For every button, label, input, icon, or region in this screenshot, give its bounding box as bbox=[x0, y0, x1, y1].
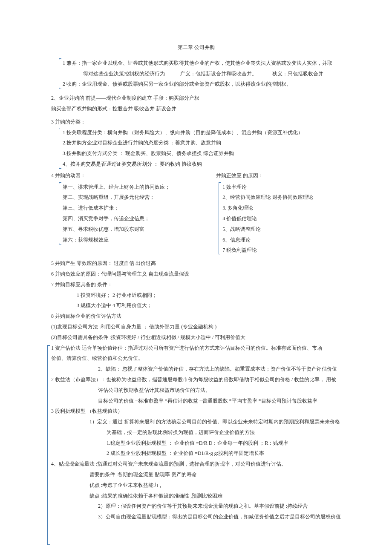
s4r-heading: 并购正效应 的原因： bbox=[216, 173, 263, 178]
m2c: 目标公司的价值 =标准市盈率 *再估计的收益 =普通股股数 *平均市盈率 *目标… bbox=[51, 396, 341, 406]
cat-3: 3.按并购的支付方式分类 ： 现金购买、股票购买、债务承担换 综合证券并购 bbox=[63, 149, 341, 158]
m4d: 2）原理：假设任何资产的价值等于其预期未来现金流量的现值之和。基本假设前提 :持… bbox=[51, 501, 341, 511]
p1-line3: 2 收购：企业用现金、债券或股票购买另一家企业的部分或全部资产或股权，以获得该企… bbox=[63, 79, 341, 89]
m4e: 3）公司自由现金流量贴现模型：得出的是目标公司的企业价值，扣减债务价值之后才是目… bbox=[51, 512, 341, 522]
methods-block: 1 资产估价法 适合单项价值评估：指通过对公司所有资产进行估价的方式来评估目标公… bbox=[51, 343, 341, 522]
p1-line2: 得对这些企业决策控制权的经济行为 广义：包括新设合并和吸收合并。 狭义：只包括吸… bbox=[63, 69, 341, 79]
motive-5: 第五、寻求税收优惠，增加股东财富 bbox=[63, 224, 194, 234]
m4b: 优点 :考虑了企业未来收益能力 , bbox=[51, 480, 341, 490]
chapter-title: 第二章 公司并购 bbox=[51, 43, 341, 52]
s4-row: 4 并购的动因： 并购正效应 的原因： bbox=[51, 171, 341, 181]
reason-4: 4 价值低估理论 bbox=[222, 214, 341, 224]
methods-bracket-icon bbox=[47, 345, 48, 545]
s8a: (1)发现目标公司方法 :利用公司自身力量 ； 借助外部力量 (专业金融机构 ) bbox=[51, 322, 341, 332]
m4c: 缺点 :结果的准确性依赖于各种假设的准确性 ,预测比较困难 bbox=[51, 491, 341, 501]
category-bracket: 1 按关联程度分类：横向并购 （财务风险大）、纵向并购（目的是降低成本）、混合并… bbox=[59, 128, 341, 169]
m4: 4、贴现现金流量法 :指通过对公司资产未来现金流量的预测，选择合理的折现率，对公… bbox=[51, 459, 341, 469]
s7a: 1 投资环境好； 2 行业相近或相同； bbox=[51, 290, 341, 300]
s8b: (2)目标公司需具备的条件 :投资环境好 / 行业相近或相似 / 规模大小适中 … bbox=[51, 333, 341, 342]
m1a: 1 资产估价法 适合单项价值评估：指通过对公司所有资产进行估价的方式来评估目标公… bbox=[51, 343, 341, 353]
s3-heading: 3 并购的分类： bbox=[51, 117, 341, 127]
reason-1: 1 效率理论 bbox=[222, 182, 341, 192]
reason-7: 7 税负利益理论 bbox=[222, 245, 341, 255]
reasons-bracket: 1 效率理论 2、经营协同效应理论 财务协同效应理论 3. 多角化理论 4 价值… bbox=[219, 182, 341, 256]
cat-1: 1 按关联程度分类：横向并购 （财务风险大）、纵向并购（目的是降低成本）、混合并… bbox=[63, 128, 341, 138]
motive-3: 第三、进行低成本扩张； bbox=[63, 203, 194, 213]
section-1-bracket: 1 兼并：指一家企业以现金、证券或其他形式购买取得其他企业的产权，使其他企业丧失… bbox=[59, 58, 341, 89]
p1-l2b: 广义：包括新设合并和吸收合并。 bbox=[180, 71, 257, 77]
m1c: 2、缺陷： 忽视了整体资产价值的评估，存在方法上的缺陷。如重置成本法；资产价值不… bbox=[51, 364, 341, 374]
motive-2: 第二、实现战略重组，开展多元化经营； bbox=[63, 193, 194, 202]
motive-4: 第四、消灭竞争对手，传递企业信息； bbox=[63, 214, 194, 224]
m3: 3 股利折现模型 （收益现值法） bbox=[51, 406, 341, 416]
cat-4: 4、按并购交易是否通过证券交易所划分 ： 要约收购 协议收购 bbox=[63, 159, 341, 169]
motive-6: 第六：获得规模效应 bbox=[63, 235, 194, 245]
p1-l2a: 得对这些企业决策控制权的经济行为 bbox=[83, 71, 165, 77]
motive-1: 第一、谋求管理上、经营上财务上的协同效应； bbox=[63, 182, 194, 192]
motives-bracket: 第一、谋求管理上、经营上财务上的协同效应； 第二、实现战略重组，开展多元化经营；… bbox=[59, 182, 194, 245]
s6: 6 并购负效应的原因：代理问题与管理主义 自由现金流量假设 bbox=[51, 269, 341, 279]
m2b: 评估公司的预期收益估计其权益市场价值的方法。 bbox=[51, 385, 341, 395]
reason-2: 2、经营协同效应理论 财务协同效应理论 bbox=[222, 193, 341, 202]
m3c: 1.稳定型企业股利折现模型 ： 企业价值 =D/R D：企业每一年的股利 ；R：… bbox=[51, 438, 341, 448]
s4-heading: 4 并购的动因： bbox=[51, 173, 86, 178]
m3b: 为基础，按一定的贴现比例转换为现值，进而评价企业价值的方法 bbox=[51, 428, 341, 437]
reason-6: 6、信息理论 bbox=[222, 235, 341, 245]
s7: 7 并购目标应具备的 条件： bbox=[51, 280, 341, 290]
cat-2: 2.按并购方企业对目标企业进行并购的态度分类 ：善意并购、敌意并购 bbox=[63, 138, 341, 148]
p2a: 2、企业并购的 前提——现代企业制度的建立 手段：购买部分产权 bbox=[51, 93, 341, 103]
reason-3: 3. 多角化理论 bbox=[222, 203, 341, 213]
two-column-block: 第一、谋求管理上、经营上财务上的协同效应； 第二、实现战略重组，开展多元化经营；… bbox=[51, 181, 341, 256]
s7b: 3 规模大小适中 4 可利用价值大； bbox=[51, 301, 341, 311]
s8: 8 并购目标企业的价值评估方法 bbox=[51, 311, 341, 321]
m4a: 需要的条件 :各期的现金流量 贴现率 资产的寿命 bbox=[51, 470, 341, 480]
p1-line1: 1 兼并：指一家企业以现金、证券或其他形式购买取得其他企业的产权，使其他企业丧失… bbox=[63, 58, 341, 68]
m3d: 2 成长型企业股利折现模型 ：企业价值 =D1/R-g g:股利的年固定增长率 bbox=[51, 449, 341, 458]
p2b: 购买全部产权并购的形式：控股合并 吸收合并 新设合并 bbox=[51, 104, 341, 114]
m1b: 价值、清算价值、续营价值和公允价值。 bbox=[51, 354, 341, 363]
reason-5: 5、战略调整理论 bbox=[222, 224, 341, 234]
m3a: 1）定义：通过 折算将来股利 的方法确定公司目前的价值。即以企业未来特定时期内的… bbox=[51, 417, 341, 427]
p1-l2c: 狭义：只包括吸收合并 bbox=[272, 71, 323, 77]
s5: 5 并购产生 零效应的原因： 过度自信 出价过高 bbox=[51, 259, 341, 268]
m2a: 2 收益法（市盈率法）：也被称为收益倍数，指普通股每股市价为每股收益的倍数即借助… bbox=[51, 375, 341, 385]
